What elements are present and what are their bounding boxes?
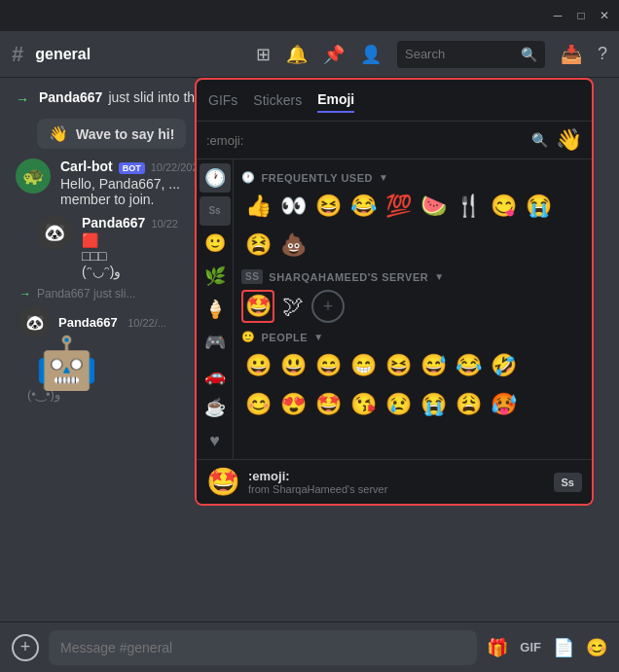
- waving-hand-icon: 👋: [556, 127, 582, 153]
- cat-recent[interactable]: 🕐: [200, 163, 231, 193]
- input-bar: + 🎁 GIF 📄 😊: [0, 621, 619, 672]
- bell-icon[interactable]: 🔔: [286, 44, 308, 65]
- gift-icon[interactable]: 🎁: [487, 637, 508, 658]
- maximize-button[interactable]: □: [574, 9, 588, 22]
- cat-nature[interactable]: 🌿: [200, 262, 231, 291]
- section-frequently-used: 🕐 FREQUENTLY USED ▼: [241, 171, 584, 184]
- server-emoji-row: 🤩 🕊 +: [241, 290, 584, 323]
- emoji-smiley[interactable]: 😃: [276, 349, 310, 382]
- emoji-sweat-smile[interactable]: 😅: [417, 349, 450, 382]
- emoji-custom-dove[interactable]: 🕊: [276, 290, 310, 323]
- emoji-yum[interactable]: 😋: [487, 190, 520, 223]
- add-attachment-button[interactable]: +: [12, 634, 39, 661]
- emoji-laughing2[interactable]: 😆: [382, 349, 415, 382]
- inbox-icon[interactable]: 📥: [561, 44, 582, 65]
- picker-tabs: GIFs Stickers Emoji: [197, 80, 592, 122]
- emoji-poop[interactable]: 💩: [276, 229, 310, 262]
- cat-travel[interactable]: 🚗: [200, 361, 231, 390]
- join-arrow-icon: →: [16, 91, 29, 107]
- emoji-sob2[interactable]: 😭: [417, 388, 450, 421]
- frequently-used-row-2: 😫 💩: [241, 229, 584, 262]
- username-carlbot: Carl-bot: [60, 159, 113, 174]
- emoji-search-input[interactable]: [206, 133, 524, 148]
- emoji-sob[interactable]: 😭: [522, 190, 555, 223]
- cat-food[interactable]: 🍦: [200, 295, 231, 324]
- header-icons: ⊞ 🔔 📌 👤 🔍 📥 ?: [256, 41, 607, 68]
- emoji-eyes[interactable]: 👀: [276, 190, 310, 223]
- message-input[interactable]: [49, 630, 477, 665]
- emoji-picker: GIFs Stickers Emoji 🔍 👋 🕐 Ss 🙂 🌿 🍦 🎮 🚗 ☕…: [195, 78, 594, 506]
- search-icon: 🔍: [521, 47, 537, 62]
- emoji-hot-face[interactable]: 🥵: [487, 388, 520, 421]
- picker-search-icon: 🔍: [531, 132, 548, 148]
- arrow-icon: →: [19, 287, 31, 301]
- section-people-chevron: ▼: [313, 332, 323, 342]
- emoji-heart-eyes[interactable]: 😍: [276, 388, 310, 421]
- emoji-star-struck[interactable]: 🤩: [311, 388, 345, 421]
- section-server-label: SHARQAHAMEED'S SERVER: [269, 271, 428, 283]
- preview-server-name: from SharqaHameed's server: [248, 483, 546, 495]
- emoji-fork[interactable]: 🍴: [452, 190, 485, 223]
- section-server: Ss SHARQAHAMEED'S SERVER ▼: [241, 269, 584, 284]
- emoji-kissing-heart[interactable]: 😘: [346, 388, 380, 421]
- emoji-custom-star[interactable]: 🤩: [241, 290, 274, 323]
- hashtag-icon[interactable]: ⊞: [256, 44, 271, 65]
- preview-info: :emoji: from SharqaHameed's server: [248, 469, 546, 495]
- section-recent-icon: 🕐: [241, 171, 256, 184]
- panda-lower-text: Panda667 just sli...: [37, 287, 135, 301]
- cat-people[interactable]: 🙂: [200, 230, 231, 259]
- wave-icon: 👋: [49, 124, 68, 143]
- chevron-down-icon: ▼: [379, 172, 388, 183]
- emoji-grin[interactable]: 😁: [346, 349, 380, 382]
- sticker-icon[interactable]: 📄: [553, 637, 574, 658]
- wave-text: Wave to say hi!: [76, 126, 174, 142]
- section-people-icon: 🙂: [241, 331, 256, 343]
- cat-server[interactable]: Ss: [200, 196, 231, 226]
- pin-icon[interactable]: 📌: [323, 44, 345, 65]
- emoji-blush[interactable]: 😊: [241, 388, 274, 421]
- add-emoji-button[interactable]: +: [311, 290, 345, 323]
- emoji-joy[interactable]: 😂: [346, 190, 380, 223]
- gif-button[interactable]: GIF: [520, 640, 541, 654]
- tab-emoji[interactable]: Emoji: [317, 88, 354, 113]
- tab-gifs[interactable]: GIFs: [208, 88, 237, 112]
- emoji-button[interactable]: 😊: [586, 637, 607, 658]
- search-input[interactable]: [405, 47, 513, 61]
- username-panda: Panda667: [39, 89, 102, 105]
- emoji-cry[interactable]: 😢: [382, 388, 415, 421]
- members-icon[interactable]: 👤: [360, 44, 382, 65]
- wave-notification[interactable]: 👋 Wave to say hi!: [37, 119, 186, 149]
- emoji-grinning[interactable]: 😀: [241, 349, 274, 382]
- section-people-label: PEOPLE: [262, 332, 309, 343]
- minimize-button[interactable]: ─: [551, 9, 564, 22]
- search-box[interactable]: 🔍: [397, 41, 545, 68]
- panda-lower-timestamp: 10/22/...: [127, 317, 166, 329]
- picker-search-bar: 🔍 👋: [197, 122, 592, 159]
- close-button[interactable]: ✕: [598, 9, 611, 22]
- tab-stickers[interactable]: Stickers: [253, 88, 302, 112]
- panda-lower-content: Panda667 10/22/...: [58, 313, 166, 331]
- emoji-joy2[interactable]: 😂: [452, 349, 485, 382]
- people-row-1: 😀 😃 😄 😁 😆 😅 😂 🤣: [241, 349, 584, 382]
- people-row-2: 😊 😍 🤩 😘 😢 😭 😩 🥵: [241, 388, 584, 421]
- cat-activity[interactable]: 🎮: [200, 328, 231, 357]
- username-panda3: Panda667: [58, 315, 118, 330]
- cat-symbols[interactable]: ♥: [200, 426, 231, 455]
- emoji-smile[interactable]: 😄: [311, 349, 345, 382]
- emoji-100[interactable]: 💯: [382, 190, 415, 223]
- emoji-thumbsup[interactable]: 👍: [241, 190, 274, 223]
- category-sidebar: 🕐 Ss 🙂 🌿 🍦 🎮 🚗 ☕ ♥: [197, 159, 234, 459]
- emoji-weary[interactable]: 😩: [452, 388, 485, 421]
- emoji-rofl[interactable]: 🤣: [487, 349, 520, 382]
- channel-hash-icon: #: [12, 42, 23, 67]
- emoji-tired[interactable]: 😫: [241, 229, 274, 262]
- username-panda2: Panda667: [82, 215, 145, 230]
- input-action-icons: 🎁 GIF 📄 😊: [487, 637, 607, 658]
- emoji-watermelon[interactable]: 🍉: [417, 190, 450, 223]
- emoji-laughing[interactable]: 😆: [311, 190, 345, 223]
- section-server-ss: Ss: [241, 269, 263, 284]
- help-icon[interactable]: ?: [598, 44, 607, 64]
- section-people: 🙂 PEOPLE ▼: [241, 331, 584, 343]
- cat-objects[interactable]: ☕: [200, 393, 231, 422]
- emoji-preview-bar: 🤩 :emoji: from SharqaHameed's server Ss: [197, 459, 592, 504]
